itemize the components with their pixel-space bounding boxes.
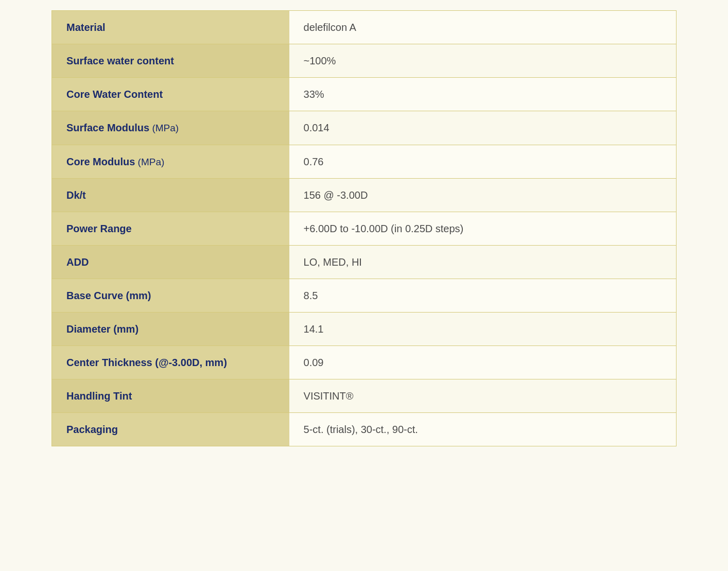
table-row: Core Modulus (MPa)0.76 [52,145,676,179]
label-cell-surface-water-content: Surface water content [52,44,289,78]
label-unit-core-modulus: (MPa) [135,157,164,167]
value-cell-packaging: 5-ct. (trials), 30-ct., 90-ct. [289,413,676,446]
label-unit-surface-modulus: (MPa) [149,123,179,133]
label-cell-dkt: Dk/t [52,179,289,212]
table-row: Diameter (mm)14.1 [52,313,676,346]
table-row: Packaging5-ct. (trials), 30-ct., 90-ct. [52,413,676,446]
value-cell-center-thickness: 0.09 [289,346,676,379]
specs-table: Materialdelefilcon ASurface water conten… [51,10,677,446]
label-text-core-modulus: Core Modulus [66,156,135,167]
label-cell-center-thickness: Center Thickness (@-3.00D, mm) [52,346,289,379]
label-cell-core-modulus: Core Modulus (MPa) [52,145,289,179]
value-cell-base-curve: 8.5 [289,279,676,313]
table-row: Power Range+6.00D to -10.00D (in 0.25D s… [52,212,676,246]
label-cell-handling-tint: Handling Tint [52,379,289,413]
table-row: Center Thickness (@-3.00D, mm)0.09 [52,346,676,379]
value-cell-diameter: 14.1 [289,313,676,346]
value-cell-add: LO, MED, HI [289,246,676,279]
label-cell-core-water-content: Core Water Content [52,78,289,111]
value-cell-dkt: 156 @ -3.00D [289,179,676,212]
value-cell-handling-tint: VISITINT® [289,379,676,413]
table-row: ADDLO, MED, HI [52,246,676,279]
label-cell-diameter: Diameter (mm) [52,313,289,346]
table-row: Surface water content~100% [52,44,676,78]
table-row: Materialdelefilcon A [52,11,676,44]
value-cell-surface-water-content: ~100% [289,44,676,78]
table-row: Handling TintVISITINT® [52,379,676,413]
label-cell-add: ADD [52,246,289,279]
label-text-surface-modulus: Surface Modulus [66,122,149,133]
label-cell-packaging: Packaging [52,413,289,446]
value-cell-surface-modulus: 0.014 [289,111,676,145]
label-cell-material: Material [52,11,289,44]
table-row: Base Curve (mm)8.5 [52,279,676,313]
label-cell-base-curve: Base Curve (mm) [52,279,289,313]
table-row: Dk/t156 @ -3.00D [52,179,676,212]
value-cell-power-range: +6.00D to -10.00D (in 0.25D steps) [289,212,676,246]
label-cell-power-range: Power Range [52,212,289,246]
table-row: Surface Modulus (MPa)0.014 [52,111,676,145]
label-cell-surface-modulus: Surface Modulus (MPa) [52,111,289,145]
value-cell-material: delefilcon A [289,11,676,44]
value-cell-core-water-content: 33% [289,78,676,111]
value-cell-core-modulus: 0.76 [289,145,676,179]
table-row: Core Water Content33% [52,78,676,111]
